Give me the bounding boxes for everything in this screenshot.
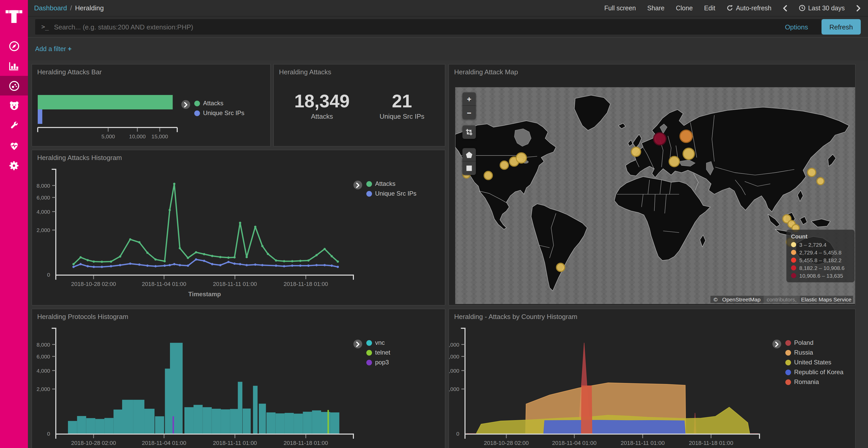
legend-label: Unique Src IPs — [375, 190, 416, 197]
attack-map[interactable]: + − Count 3 – 2,729.42,729.4 – 5,455.85,… — [455, 87, 855, 304]
legend-collapse-button[interactable] — [353, 181, 362, 189]
metric-value: 21 — [379, 91, 424, 111]
legend-range-label: 5,455.8 – 8,182.2 — [799, 257, 842, 263]
legend-color-dot — [791, 257, 796, 263]
attacks-line-chart[interactable]: 2,0004,0006,0008,00002018-10-28 02:00201… — [32, 150, 445, 305]
clock-icon — [799, 5, 805, 11]
legend-item[interactable]: pop3 — [366, 359, 390, 366]
legend-label: telnet — [375, 349, 390, 356]
map-count-legend: Count 3 – 2,729.42,729.4 – 5,455.85,455.… — [786, 230, 855, 282]
zoom-in-button[interactable]: + — [462, 92, 476, 106]
map-marker-yellow[interactable] — [816, 177, 825, 185]
share-button[interactable]: Share — [647, 4, 665, 12]
svg-text:6,000: 6,000 — [36, 353, 50, 359]
svg-text:15,000: 15,000 — [151, 133, 168, 139]
query-bar: >_ Options Refresh — [28, 16, 868, 38]
chevron-right-icon — [856, 5, 861, 11]
svg-text:8,000: 8,000 — [36, 183, 50, 188]
legend-item[interactable]: Russia — [785, 349, 843, 356]
sidebar-item-discover[interactable] — [0, 36, 28, 56]
time-picker-button[interactable]: Last 30 days — [799, 4, 845, 12]
sidebar-item-dashboard[interactable] — [0, 76, 28, 96]
crop-tool-button[interactable] — [462, 126, 476, 139]
time-forward-button[interactable] — [856, 5, 861, 11]
panel-heralding-attacks-bar: Heralding Attacks Bar 5,00010,00015,000 … — [32, 64, 271, 146]
nav-menu: Full screen Share Clone Edit Auto-refres… — [604, 4, 861, 12]
map-crop-controls — [462, 126, 476, 139]
map-marker-yellow[interactable] — [484, 171, 493, 180]
legend-range-label: 2,729.4 – 5,455.8 — [799, 249, 842, 255]
legend-item[interactable]: Attacks — [194, 100, 244, 107]
options-link[interactable]: Options — [785, 23, 808, 31]
legend-item[interactable]: Poland — [785, 339, 843, 346]
legend-item[interactable]: Republic of Korea — [785, 369, 843, 376]
map-marker-orange[interactable] — [680, 130, 693, 143]
legend-item[interactable]: United States — [785, 359, 843, 366]
legend-range-label: 10,908.6 – 13,635 — [799, 273, 843, 279]
telekom-logo[interactable] — [5, 6, 23, 25]
legend-color-dot — [785, 350, 791, 355]
protocols-bar-chart[interactable]: 2,0004,0006,0008,00002018-10-28 02:00201… — [32, 309, 445, 447]
crop-icon — [466, 129, 473, 136]
sidebar-item-bear[interactable] — [0, 96, 28, 115]
metric-label: Attacks — [294, 112, 349, 120]
map-marker-yellow[interactable] — [556, 263, 565, 272]
map-marker-yellow[interactable] — [500, 161, 509, 170]
legend-collapse-button[interactable] — [772, 340, 781, 348]
clone-button[interactable]: Clone — [676, 4, 692, 12]
legend-item[interactable]: Unique Src IPs — [194, 109, 244, 117]
edit-button[interactable]: Edit — [704, 4, 715, 12]
panel-heralding-attack-map: Heralding Attack Map — [448, 64, 856, 306]
sidebar-item-monitoring[interactable] — [0, 136, 28, 156]
legend-label: United States — [794, 359, 831, 366]
legend-entries: AttacksUnique Src IPs — [366, 180, 416, 197]
svg-text:2018-11-18 01:00: 2018-11-18 01:00 — [284, 281, 328, 287]
chart-legend: AttacksUnique Src IPs — [353, 180, 416, 197]
legend-color-dot — [366, 191, 372, 196]
add-filter-link[interactable]: Add a filter + — [35, 45, 71, 53]
map-zoom-controls: + − — [462, 92, 476, 119]
polygon-tool-button[interactable] — [462, 148, 476, 162]
legend-collapse-button[interactable] — [181, 100, 190, 109]
svg-text:0: 0 — [47, 431, 50, 437]
refresh-cycle-icon — [727, 5, 734, 11]
time-back-button[interactable] — [783, 5, 787, 11]
legend-color-dot — [785, 379, 791, 385]
legend-item[interactable]: Romania — [785, 378, 843, 385]
svg-text:2018-11-11 01:00: 2018-11-11 01:00 — [213, 281, 257, 287]
svg-text:2018-11-04 01:00: 2018-11-04 01:00 — [142, 440, 186, 446]
breadcrumb-dashboard-link[interactable]: Dashboard — [34, 4, 67, 12]
map-marker-yellow[interactable] — [516, 152, 527, 164]
auto-refresh-button[interactable]: Auto-refresh — [727, 4, 772, 12]
map-marker-yellow[interactable] — [631, 146, 641, 157]
full-screen-button[interactable]: Full screen — [604, 4, 636, 12]
rectangle-tool-button[interactable] — [462, 162, 476, 175]
ems-link[interactable]: Elastic Maps Service — [800, 296, 853, 303]
map-attribution: © OpenStreetMap contributors, Elastic Ma… — [710, 296, 853, 303]
map-marker-yellow[interactable] — [669, 156, 680, 168]
refresh-button[interactable]: Refresh — [822, 19, 861, 35]
osm-link[interactable]: © OpenStreetMap — [710, 296, 764, 303]
sidebar-item-management[interactable] — [0, 156, 28, 175]
panel-heralding-attacks-metric: Heralding Attacks 18,349 Attacks 21 Uniq… — [273, 64, 445, 146]
legend-title: Count — [791, 233, 850, 240]
legend-item[interactable]: Attacks — [366, 180, 416, 187]
breadcrumb: Dashboard / Heralding — [34, 4, 104, 12]
map-marker-darkred[interactable] — [653, 132, 667, 145]
map-marker-yellow[interactable] — [683, 147, 695, 160]
legend-item[interactable]: telnet — [366, 349, 390, 356]
legend-item[interactable]: vnc — [366, 339, 390, 346]
search-input[interactable] — [54, 23, 778, 31]
sidebar-item-visualize[interactable] — [0, 56, 28, 76]
metric-label: Unique Src IPs — [379, 112, 424, 120]
legend-rows: 3 – 2,729.42,729.4 – 5,455.85,455.8 – 8,… — [791, 242, 850, 279]
map-marker-yellow[interactable] — [807, 168, 816, 177]
legend-color-dot — [366, 359, 372, 365]
legend-collapse-button[interactable] — [353, 340, 362, 348]
search-box[interactable]: >_ Options — [35, 19, 822, 35]
legend-color-dot — [366, 340, 372, 346]
legend-item[interactable]: Unique Src IPs — [366, 190, 416, 197]
attribution-text: contributors, — [764, 296, 800, 303]
zoom-out-button[interactable]: − — [462, 106, 476, 119]
sidebar-item-dev-tools[interactable] — [0, 116, 28, 136]
